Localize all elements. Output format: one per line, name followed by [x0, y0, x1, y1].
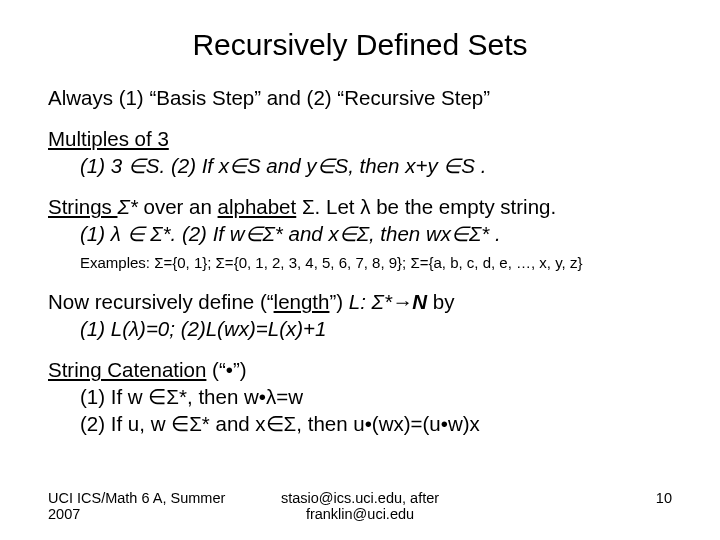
length-sig: L: Σ*→ — [349, 290, 413, 313]
sigma-star: Σ* — [118, 195, 138, 218]
length-txt2: ”) — [329, 290, 348, 313]
footer-center-line1: stasio@ics.uci.edu, after — [281, 490, 439, 506]
length-def: (1) L(λ)=0; (2)L(wx)=L(x)+1 — [48, 317, 326, 340]
slide-body: Always (1) “Basis Step” and (2) “Recursi… — [48, 84, 672, 438]
length-para: Now recursively define (“length”) L: Σ*→… — [48, 288, 672, 342]
footer-center-line2: franklin@uci.edu — [306, 506, 414, 522]
page-number: 10 — [464, 490, 672, 506]
strings-def: (1) λ ∈ Σ*. (2) If w∈Σ* and x∈Σ, then wx… — [48, 222, 501, 245]
catenation-l1: (1) If w ∈Σ*, then w•λ=w — [48, 385, 303, 408]
catenation-sym: (“•”) — [206, 358, 246, 381]
length-txt3: by — [427, 290, 454, 313]
catenation-para: String Catenation (“•”) (1) If w ∈Σ*, th… — [48, 356, 672, 437]
footer-center: stasio@ics.uci.edu, after franklin@uci.e… — [256, 490, 464, 522]
length-txt1: Now recursively define (“ — [48, 290, 274, 313]
alphabet-label: alphabet — [218, 195, 297, 218]
strings-mid2: Σ. Let λ be the empty string. — [296, 195, 556, 218]
multiples-para: Multiples of 3 (1) 3 ∈S. (2) If x∈S and … — [48, 125, 672, 179]
multiples-heading: Multiples of 3 — [48, 127, 169, 150]
slide-footer: UCI ICS/Math 6 A, Summer 2007 stasio@ics… — [48, 490, 672, 522]
intro-para: Always (1) “Basis Step” and (2) “Recursi… — [48, 84, 672, 111]
footer-left: UCI ICS/Math 6 A, Summer 2007 — [48, 490, 256, 522]
strings-examples: Examples: Σ={0, 1}; Σ={0, 1, 2, 3, 4, 5,… — [48, 254, 582, 271]
strings-mid1: over an — [138, 195, 218, 218]
strings-label: Strings — [48, 195, 118, 218]
catenation-l2: (2) If u, w ∈Σ* and x∈Σ, then u•(wx)=(u•… — [48, 412, 480, 435]
strings-para: Strings Σ* over an alphabet Σ. Let λ be … — [48, 193, 672, 274]
slide-title: Recursively Defined Sets — [48, 28, 672, 62]
multiples-def: (1) 3 ∈S. (2) If x∈S and y∈S, then x+y ∈… — [48, 154, 486, 177]
slide: Recursively Defined Sets Always (1) “Bas… — [0, 0, 720, 540]
length-N: N — [412, 290, 427, 313]
catenation-label: String Catenation — [48, 358, 206, 381]
length-label: length — [274, 290, 330, 313]
